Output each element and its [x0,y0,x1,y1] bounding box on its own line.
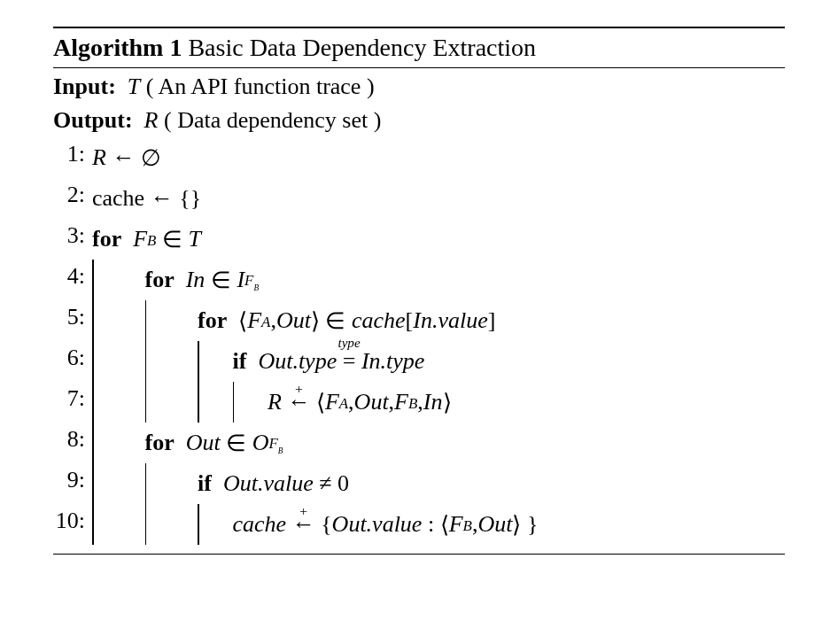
line-4: for In ∈ IFB [92,263,785,297]
line-8: for Out ∈ OFB [92,426,785,460]
output-line: Output: R ( Data dependency set ) [53,102,785,136]
indent-bar [92,341,94,382]
line-number: 9: [53,467,92,500]
input-line: Input: T ( An API function trace ) [53,68,785,102]
indent-bar [92,504,94,545]
indent-bar [198,504,199,545]
line-number: 4: [53,263,92,297]
indent-bar [198,341,199,382]
indent-bar [233,382,235,423]
line-9: if Out.value ≠ 0 [92,467,785,500]
plus-arrow: + ← [292,511,315,538]
input-var: T [128,74,140,99]
output-var: R [144,107,159,133]
algorithm-label: Algorithm 1 [53,34,182,61]
indent-bar [145,341,147,382]
line-10: cache + ← {Out.value : ⟨FB, Out⟩ } [92,508,785,541]
algorithm-title: Basic Data Dependency Extraction [188,34,536,61]
algorithm-block: Algorithm 1 Basic Data Dependency Extrac… [53,27,785,555]
line-3: for FB ∈ T [92,222,785,256]
indent-bar [92,382,94,423]
line-number: 5: [53,304,92,338]
output-desc: ( Data dependency set ) [164,107,381,133]
line-number: 6: [53,345,92,378]
line-6: if Out.type type = In.type [92,345,785,378]
input-desc: ( An API function trace ) [146,74,375,99]
indent-bar [145,382,147,423]
indent-bar [198,382,199,423]
input-label: Input: [53,74,116,99]
indent-bar [145,300,147,341]
line-number: 8: [53,426,92,460]
plus-arrow: + ← [287,389,310,415]
line-number: 1: [53,141,92,175]
if-keyword: if [198,470,212,497]
rule-bottom [53,554,785,555]
algorithm-title-row: Algorithm 1 Basic Data Dependency Extrac… [53,28,785,67]
output-label: Output: [53,107,133,133]
type-equals: type = [343,348,356,375]
line-number: 3: [53,222,92,256]
indent-bar [92,260,94,300]
line-7: R + ← ⟨FA, Out, FB, In⟩ [92,385,785,419]
line-number: 10: [53,508,92,541]
indent-bar [92,423,94,463]
indent-bar [92,463,94,504]
algorithm-body: 1: R ← ∅ 2: cache ← {} 3: for FB ∈ T 4: … [53,136,785,554]
line-5: for ⟨FA, Out⟩ ∈ cache[In.value] [92,304,785,338]
indent-bar [92,300,94,341]
if-keyword: if [233,348,247,375]
for-keyword: for [92,226,121,252]
for-keyword: for [198,307,227,334]
for-keyword: for [145,267,175,293]
line-2: cache ← {} [92,182,785,215]
for-keyword: for [145,430,175,456]
indent-bar [145,463,147,504]
line-number: 7: [53,385,92,419]
line-1: R ← ∅ [92,141,785,175]
indent-bar [145,504,147,545]
line-number: 2: [53,182,92,215]
